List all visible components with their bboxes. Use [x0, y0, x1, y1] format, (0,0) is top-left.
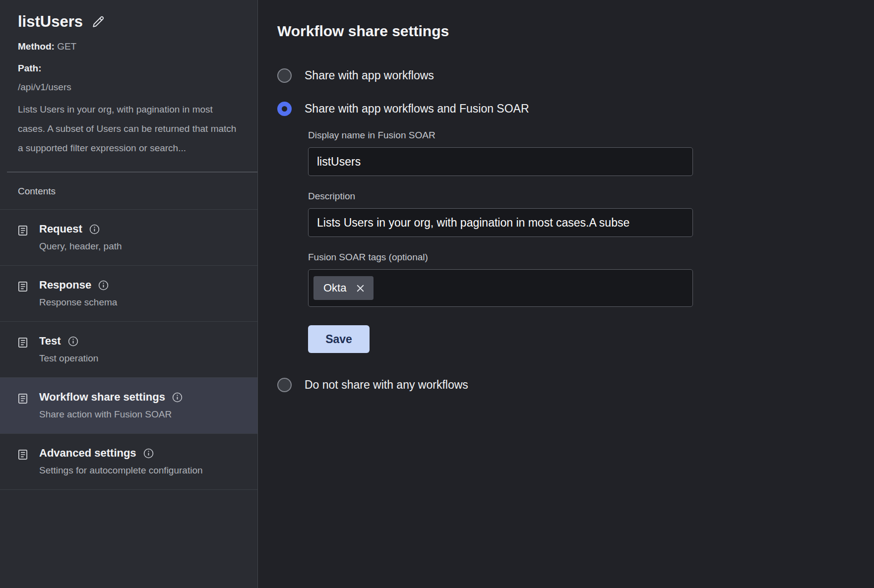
item-title: Response	[39, 279, 91, 292]
sidebar-item-test[interactable]: Test Test operation	[0, 321, 257, 377]
item-title-row: Advanced settings	[39, 447, 203, 460]
tags-input[interactable]: Okta	[308, 269, 693, 307]
method-value: GET	[57, 41, 76, 52]
pencil-icon	[91, 14, 106, 29]
item-title: Workflow share settings	[39, 391, 165, 404]
workflow-share-settings-panel: Workflow share settings Share with app w…	[258, 0, 874, 588]
radio-share-app-workflows[interactable]: Share with app workflows	[277, 68, 844, 83]
method-label: Method:	[18, 41, 55, 52]
item-title-row: Request	[39, 223, 122, 235]
tag-chip: Okta	[313, 276, 374, 300]
item-title-row: Workflow share settings	[39, 391, 183, 404]
item-title: Test	[39, 335, 61, 348]
path-line: Path:	[18, 62, 238, 74]
item-title: Advanced settings	[39, 447, 136, 460]
sidebar-item-workflow-share-settings[interactable]: Workflow share settings Share action wit…	[0, 377, 257, 433]
info-icon[interactable]	[68, 336, 78, 347]
operation-title: listUsers	[18, 13, 83, 31]
radio-icon[interactable]	[277, 102, 292, 116]
info-icon[interactable]	[172, 392, 183, 403]
path-value: /api/v1/users	[18, 82, 238, 93]
description-label: Description	[308, 191, 844, 202]
item-title: Request	[39, 223, 82, 235]
radio-label: Share with app workflows and Fusion SOAR	[305, 102, 529, 116]
document-icon	[16, 448, 29, 476]
info-icon[interactable]	[98, 280, 109, 291]
radio-icon[interactable]	[277, 68, 292, 83]
description-input[interactable]	[308, 208, 693, 237]
item-subtitle: Query, header, path	[39, 241, 122, 252]
display-name-input[interactable]	[308, 147, 693, 176]
info-icon[interactable]	[143, 448, 154, 459]
sidebar: listUsers Method: GET Path: /api/v1/user…	[0, 0, 258, 588]
tags-label: Fusion SOAR tags (optional)	[308, 252, 844, 263]
app-window: listUsers Method: GET Path: /api/v1/user…	[0, 0, 874, 588]
contents-nav: Request Query, header, path R	[0, 209, 257, 588]
document-icon	[16, 392, 29, 420]
radio-label: Share with app workflows	[305, 69, 434, 82]
document-icon	[16, 336, 29, 364]
item-subtitle: Settings for autocomplete configuration	[39, 465, 203, 476]
document-icon	[16, 224, 29, 252]
contents-heading: Contents	[0, 173, 257, 209]
close-icon	[355, 283, 366, 294]
save-button[interactable]: Save	[308, 325, 370, 353]
fusion-soar-form: Display name in Fusion SOAR Description …	[308, 130, 844, 353]
path-label: Path:	[18, 63, 42, 73]
item-text: Advanced settings Settings for autocompl…	[39, 447, 203, 476]
item-subtitle: Response schema	[39, 297, 117, 308]
sidebar-header: listUsers Method: GET Path: /api/v1/user…	[0, 0, 257, 163]
radio-icon[interactable]	[277, 378, 292, 392]
item-title-row: Response	[39, 279, 117, 292]
item-subtitle: Share action with Fusion SOAR	[39, 409, 183, 420]
sidebar-filler	[0, 489, 257, 588]
item-subtitle: Test operation	[39, 353, 98, 364]
radio-label: Do not share with any workflows	[305, 378, 468, 392]
display-name-label: Display name in Fusion SOAR	[308, 130, 844, 141]
method-line: Method: GET	[18, 41, 238, 53]
operation-title-row: listUsers	[18, 13, 238, 31]
item-text: Workflow share settings Share action wit…	[39, 391, 183, 420]
sidebar-item-advanced-settings[interactable]: Advanced settings Settings for autocompl…	[0, 433, 257, 489]
document-icon	[16, 280, 29, 308]
operation-description: Lists Users in your org, with pagination…	[18, 100, 238, 158]
radio-share-app-workflows-fusion-soar[interactable]: Share with app workflows and Fusion SOAR	[277, 102, 844, 116]
info-icon[interactable]	[89, 224, 100, 235]
remove-tag-button[interactable]	[355, 283, 366, 294]
tag-chip-label: Okta	[323, 282, 346, 294]
page-title: Workflow share settings	[277, 23, 844, 40]
sidebar-item-response[interactable]: Response Response schema	[0, 265, 257, 321]
sidebar-item-request[interactable]: Request Query, header, path	[0, 209, 257, 265]
item-text: Request Query, header, path	[39, 223, 122, 252]
item-text: Test Test operation	[39, 335, 98, 364]
item-text: Response Response schema	[39, 279, 117, 308]
item-title-row: Test	[39, 335, 98, 348]
radio-do-not-share[interactable]: Do not share with any workflows	[277, 378, 844, 392]
edit-title-button[interactable]	[91, 14, 106, 29]
